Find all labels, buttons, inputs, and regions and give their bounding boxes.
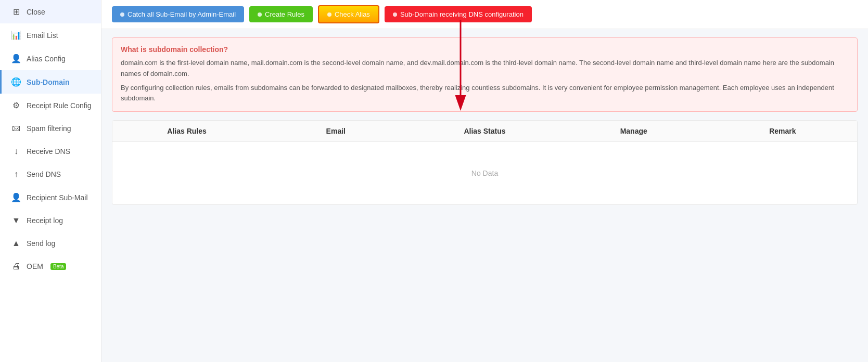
send-dns-icon: ↑ [11,170,21,179]
receive-dns-icon: ↓ [11,147,21,156]
sidebar-label-oem: OEM [27,262,43,270]
no-data-label: No Data [471,169,498,177]
sidebar-item-receive-dns[interactable]: ↓Receive DNS [0,140,101,163]
sidebar-item-receipt-rule-config[interactable]: ⚙Receipt Rule Config [0,94,101,117]
catch-all-dot-icon [120,12,124,17]
sidebar-label-spam-filtering: Spam filtering [27,124,71,133]
subdomain-dns-dot-icon [393,12,397,17]
spam-filtering-icon: 🖂 [11,124,21,133]
catch-all-button[interactable]: Catch all Sub-Email by Admin-Email [112,6,244,22]
sub-domain-icon: 🌐 [11,77,21,87]
check-alias-dot-icon [327,12,331,17]
sidebar-label-close: Close [27,8,45,16]
recipient-sub-mail-icon: 👤 [11,192,21,202]
create-rules-label: Create Rules [265,10,304,18]
email-list-icon: 📊 [11,30,21,40]
sidebar-label-receive-dns: Receive DNS [27,147,70,156]
info-box-title: What is subdomain collection? [121,45,849,54]
table-header: Alias RulesEmailAlias StatusManageRemark [112,121,857,142]
catch-all-label: Catch all Sub-Email by Admin-Email [127,10,236,18]
sidebar-item-spam-filtering[interactable]: 🖂Spam filtering [0,117,101,140]
table-col-alias-status: Alias Status [410,127,559,135]
create-rules-button[interactable]: Create Rules [249,6,313,22]
send-log-icon: ▲ [11,239,21,248]
create-rules-dot-icon [258,12,262,17]
check-alias-label: Check Alias [335,10,370,18]
info-box: What is subdomain collection? domain.com… [112,37,858,112]
sidebar-label-recipient-sub-mail: Recipient Sub-Mail [27,193,88,202]
table-col-alias-rules: Alias Rules [112,127,261,135]
sidebar-label-send-log: Send log [27,239,55,248]
close-icon: ⊞ [11,7,21,17]
receipt-log-icon: ▼ [11,216,21,225]
sidebar-label-receipt-log: Receipt log [27,216,63,225]
sidebar-label-receipt-rule-config: Receipt Rule Config [27,101,92,110]
table-body: No Data [112,142,857,204]
data-table: Alias RulesEmailAlias StatusManageRemark… [112,120,858,205]
sidebar-item-oem[interactable]: 🖨OEMBeta [0,255,101,278]
receipt-rule-config-icon: ⚙ [11,100,21,110]
sidebar-item-close[interactable]: ⊞Close [0,0,101,23]
sidebar-label-sub-domain: Sub-Domain [27,78,69,86]
alias-config-icon: 👤 [11,54,21,63]
main-content: Catch all Sub-Email by Admin-EmailCreate… [101,0,868,362]
sidebar-label-alias-config: Alias Config [27,55,66,63]
table-col-remark: Remark [708,127,857,135]
sidebar-item-sub-domain[interactable]: 🌐Sub-Domain [0,70,101,94]
check-alias-button[interactable]: Check Alias [318,5,379,23]
toolbar-wrapper: Catch all Sub-Email by Admin-EmailCreate… [101,0,868,29]
sidebar-item-receipt-log[interactable]: ▼Receipt log [0,209,101,232]
subdomain-dns-label: Sub-Domain receiving DNS configuration [400,10,524,18]
oem-icon: 🖨 [11,262,21,271]
table-col-email: Email [261,127,410,135]
subdomain-dns-button[interactable]: Sub-Domain receiving DNS configuration [385,6,532,22]
info-box-para2: By configuring collection rules, emails … [121,83,849,105]
sidebar-item-send-log[interactable]: ▲Send log [0,232,101,255]
sidebar-label-send-dns: Send DNS [27,170,61,178]
toolbar: Catch all Sub-Email by Admin-EmailCreate… [101,0,868,29]
sidebar-item-recipient-sub-mail[interactable]: 👤Recipient Sub-Mail [0,186,101,209]
table-col-manage: Manage [559,127,708,135]
sidebar-item-send-dns[interactable]: ↑Send DNS [0,163,101,186]
sidebar-label-email-list: Email List [27,31,58,40]
sidebar-item-email-list[interactable]: 📊Email List [0,23,101,47]
oem-beta-badge: Beta [50,263,67,270]
sidebar-item-alias-config[interactable]: 👤Alias Config [0,47,101,70]
sidebar: ⊞Close📊Email List👤Alias Config🌐Sub-Domai… [0,0,101,362]
info-box-para1: domain.com is the first-level domain nam… [121,58,849,80]
